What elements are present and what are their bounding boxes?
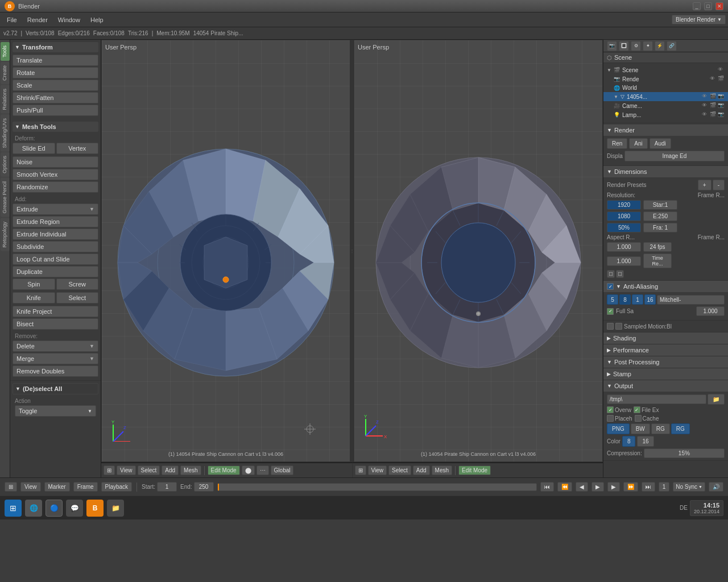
aa-filter[interactable]: Mitchell- xyxy=(657,295,725,305)
randomize-button[interactable]: Randomize xyxy=(13,181,98,193)
toggle-dropdown[interactable]: Toggle ▼ xyxy=(15,405,96,417)
vp-left-edit-mode[interactable]: Edit Mode xyxy=(208,465,240,475)
placeh-checkbox[interactable] xyxy=(607,415,614,422)
cache-checkbox[interactable] xyxy=(635,415,642,422)
merge-dropdown[interactable]: Merge ▼ xyxy=(13,353,98,364)
prev-frame-btn[interactable]: ◀ xyxy=(576,482,588,492)
tree-item-scene[interactable]: ▼ 🎬 Scene 👁 xyxy=(603,65,728,74)
camera-eye-icon[interactable]: 👁 xyxy=(702,102,709,109)
sync-dropdown[interactable]: No Sync ▼ xyxy=(673,482,705,492)
taskbar-explorer-icon[interactable]: 📁 xyxy=(107,500,124,517)
vp-left-icon[interactable]: ⊞ xyxy=(104,465,115,475)
browse-btn[interactable]: 📁 xyxy=(708,394,725,405)
lamp-render-icon[interactable]: 📷 xyxy=(718,111,725,118)
14054-eye-icon[interactable]: 👁 xyxy=(702,93,709,100)
res-y-field[interactable]: 1080 xyxy=(607,211,641,221)
deselect-all-header[interactable]: ▼ (De)select All xyxy=(13,383,98,394)
prop-icon-settings[interactable]: ⚙ xyxy=(631,41,641,51)
viewport-left[interactable]: User Persp xyxy=(101,40,350,462)
next-keyframe-btn[interactable]: ⏩ xyxy=(623,482,638,492)
vp-right-mesh[interactable]: Mesh xyxy=(432,465,452,475)
remove-doubles-button[interactable]: Remove Doubles xyxy=(13,365,98,377)
knife-project-button[interactable]: Knife Project xyxy=(13,306,98,317)
timere-field[interactable]: Time Re... xyxy=(643,253,672,268)
engine-dropdown[interactable]: Blender Render ▼ xyxy=(672,15,726,24)
subdivide-button[interactable]: Subdivide xyxy=(13,241,98,252)
menu-help[interactable]: Help xyxy=(86,15,108,24)
skip-end-btn[interactable]: ⏭ xyxy=(642,482,655,492)
prev-keyframe-btn[interactable]: ⏪ xyxy=(557,482,572,492)
res-pct-field[interactable]: 50% xyxy=(607,223,641,232)
vertex-button[interactable]: Vertex xyxy=(56,143,99,154)
shading-header[interactable]: ▶ Shading xyxy=(603,332,728,344)
menu-render[interactable]: Render xyxy=(23,15,52,24)
vp-right-edit-mode[interactable]: Edit Mode xyxy=(458,465,491,475)
png-btn[interactable]: PNG xyxy=(607,423,630,434)
prop-icon-particles[interactable]: ✦ xyxy=(643,41,653,51)
preset-add-btn[interactable]: + xyxy=(698,180,712,190)
14054-render-icon[interactable]: 📷 xyxy=(718,93,725,100)
loop-cut-slide-button[interactable]: Loop Cut and Slide xyxy=(13,253,98,265)
tab-tools[interactable]: Tools xyxy=(1,42,10,61)
aa-1-btn[interactable]: 1 xyxy=(632,294,643,305)
rotate-button[interactable]: Rotate xyxy=(13,67,98,78)
compression-val[interactable]: 15% xyxy=(644,448,725,458)
sampled-checkbox[interactable] xyxy=(607,323,614,330)
rgba-btn[interactable]: RG xyxy=(671,423,690,434)
dimensions-header[interactable]: ▼ Dimensions xyxy=(603,166,728,177)
color-8-btn[interactable]: 8 xyxy=(622,436,636,447)
extrude-individual-button[interactable]: Extrude Individual xyxy=(13,228,98,240)
prop-icon-constraints[interactable]: 🔗 xyxy=(667,41,677,51)
timeline-playback-btn[interactable]: Playback xyxy=(101,482,133,492)
full-sa-checkbox[interactable]: ✓ xyxy=(607,308,614,315)
timeline-marker-btn[interactable]: Marker xyxy=(44,482,70,492)
minimize-button[interactable]: _ xyxy=(693,2,701,10)
tree-item-14054[interactable]: ▼ ▽ 14054... 👁 🎬 📷 xyxy=(603,92,728,101)
audio-icon[interactable]: 🔊 xyxy=(709,482,723,492)
tab-options[interactable]: Options xyxy=(1,152,10,177)
maximize-button[interactable]: □ xyxy=(704,2,712,10)
star-field[interactable]: Star:1 xyxy=(643,200,677,210)
14054-cam-icon[interactable]: 🎬 xyxy=(710,93,717,100)
push-pull-button[interactable]: Push/Pull xyxy=(13,105,98,116)
next-frame-btn[interactable]: ▶ xyxy=(607,482,620,492)
preset-remove-btn[interactable]: - xyxy=(713,180,725,190)
vp-right-icon[interactable]: ⊞ xyxy=(355,465,366,475)
tab-grease-pencil[interactable]: Grease Pencil xyxy=(1,178,10,217)
menu-file[interactable]: File xyxy=(2,15,22,24)
lamp-eye-icon[interactable]: 👁 xyxy=(702,111,709,118)
camera-cam2-icon[interactable]: 🎬 xyxy=(710,102,717,109)
timeline-icon[interactable]: ⊞ xyxy=(5,482,17,492)
color-16-btn[interactable]: 16 xyxy=(637,436,653,447)
frame-val[interactable]: 1 xyxy=(659,482,670,492)
antialiasing-header[interactable]: ✓ ▼ Anti-Aliasing xyxy=(603,281,728,292)
vp-left-select[interactable]: Select xyxy=(138,465,160,475)
fra-field[interactable]: Fra: 1 xyxy=(643,223,677,232)
prop-icon-render[interactable]: 🔳 xyxy=(619,41,629,51)
tab-relations[interactable]: Relations xyxy=(1,85,10,114)
shrink-fatten-button[interactable]: Shrink/Fatten xyxy=(13,92,98,103)
start-val[interactable]: 1 xyxy=(157,482,177,492)
animate-btn[interactable]: Ani xyxy=(629,138,647,149)
noise-button[interactable]: Noise xyxy=(13,156,98,168)
eye-icon[interactable]: 👁 xyxy=(718,66,725,73)
extrude-region-button[interactable]: Extrude Region xyxy=(13,216,98,227)
vp-left-add[interactable]: Add xyxy=(162,465,179,475)
select-button[interactable]: Select xyxy=(56,292,99,304)
vp-left-sphere-icon[interactable]: ⬤ xyxy=(242,465,255,475)
taskbar-blender-icon[interactable]: B xyxy=(86,500,104,517)
end-val[interactable]: 250 xyxy=(194,482,214,492)
audio-btn[interactable]: Audi xyxy=(650,138,671,149)
vp-left-global[interactable]: Global xyxy=(271,465,294,475)
post-processing-header[interactable]: ▼ Post Processing xyxy=(603,356,728,368)
knife-button[interactable]: Knife xyxy=(13,292,55,304)
output-path-input[interactable] xyxy=(607,394,706,404)
vp-right-select[interactable]: Select xyxy=(388,465,411,475)
fileex-checkbox[interactable]: ✓ xyxy=(634,406,640,413)
bw-btn[interactable]: BW xyxy=(631,423,650,434)
tab-retopology[interactable]: Retopology xyxy=(1,218,10,251)
sampled-checkbox2[interactable] xyxy=(615,323,622,330)
screw-button[interactable]: Screw xyxy=(56,278,99,290)
lamp-cam-icon[interactable]: 🎬 xyxy=(710,111,717,118)
vp-left-mesh[interactable]: Mesh xyxy=(180,465,201,475)
